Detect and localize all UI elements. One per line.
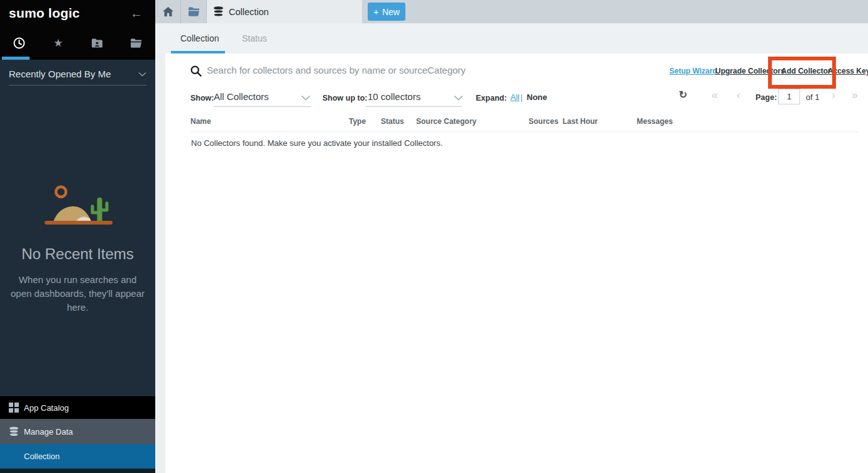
- sumo-logic-app: sumo logic ← ★: [0, 0, 868, 473]
- column-header-last-hour[interactable]: Last Hour: [563, 117, 598, 126]
- page-number-input[interactable]: [778, 89, 800, 104]
- column-header-status[interactable]: Status: [381, 117, 404, 126]
- show-filter-value[interactable]: All Collectors: [214, 91, 269, 102]
- refresh-icon[interactable]: ↻: [679, 90, 687, 100]
- recent-scope-dropdown[interactable]: Recently Opened By Me: [9, 69, 146, 86]
- menu-item-label: Collection: [24, 452, 60, 461]
- column-header-type[interactable]: Type: [349, 117, 366, 126]
- empty-state-description: When you run searches and open dashboard…: [9, 273, 146, 314]
- star-icon: ★: [53, 38, 63, 48]
- page-count-label: of 1: [806, 92, 820, 102]
- sidebar-body: Recently Opened By Me No Recent Items Wh…: [0, 60, 155, 473]
- home-icon: [163, 7, 173, 16]
- main-area: Collection + New Collection Status: [155, 0, 868, 473]
- new-button[interactable]: + New: [368, 3, 405, 21]
- expand-divider: |: [520, 92, 522, 102]
- access-keys-link[interactable]: Access Keys: [828, 67, 868, 75]
- upgrade-collectors-link[interactable]: Upgrade Collectors: [715, 67, 785, 75]
- app-grid-icon: [9, 403, 24, 413]
- collection-content: Setup Wizard Upgrade Collectors Add Coll…: [155, 53, 868, 473]
- column-header-messages[interactable]: Messages: [637, 117, 673, 126]
- menu-item-label: App Catalog: [24, 403, 69, 413]
- sidebar-icon-nav: ★: [0, 26, 155, 60]
- menu-divider: [0, 469, 155, 473]
- sumo-logic-logo: sumo logic: [9, 6, 126, 21]
- chevron-down-icon: [138, 72, 146, 77]
- folder-icon: [130, 38, 142, 48]
- no-collectors-message: No Collectors found. Make sure you activ…: [191, 138, 442, 148]
- sidebar-header: sumo logic ←: [0, 0, 155, 26]
- menu-item-label: Manage Data: [24, 427, 73, 437]
- tab-collection[interactable]: Collection: [207, 0, 362, 23]
- subtab-collection[interactable]: Collection: [180, 23, 219, 53]
- chevron-down-icon[interactable]: [301, 95, 310, 101]
- setup-wizard-link[interactable]: Setup Wizard: [669, 67, 717, 75]
- page-label: Page:: [755, 93, 777, 102]
- left-gutter: [155, 53, 165, 473]
- prev-page-icon[interactable]: ‹: [737, 89, 740, 101]
- header-divider: [190, 131, 858, 132]
- dropdown-underline: [366, 106, 462, 107]
- column-header-name[interactable]: Name: [190, 117, 211, 126]
- expand-all-link[interactable]: All: [510, 92, 519, 102]
- sidebar-tab-personal[interactable]: [116, 26, 155, 60]
- expand-none-link[interactable]: None: [527, 92, 547, 102]
- sidebar-tab-recents[interactable]: [0, 26, 39, 60]
- plus-icon: +: [373, 6, 379, 17]
- new-button-label: New: [382, 7, 400, 17]
- next-page-icon[interactable]: ›: [832, 89, 835, 101]
- sidebar-tab-shared-library[interactable]: [78, 26, 117, 60]
- last-page-icon[interactable]: »: [852, 89, 858, 101]
- show-filter-label: Show:: [190, 94, 214, 103]
- library-button[interactable]: [181, 0, 207, 23]
- limit-filter-label: Show up to:: [322, 94, 368, 103]
- clock-icon: [13, 37, 25, 49]
- column-header-sources[interactable]: Sources: [529, 117, 558, 126]
- open-folder-icon: [188, 7, 200, 16]
- sidebar: sumo logic ← ★: [0, 0, 155, 473]
- expand-label: Expand:: [476, 94, 507, 103]
- search-input[interactable]: [207, 61, 596, 79]
- sidebar-bottom-menu: App Catalog Manage Data Collection: [0, 396, 155, 473]
- database-icon: [9, 426, 24, 437]
- empty-state-title: No Recent Items: [0, 245, 155, 263]
- sub-tab-bar: Collection Status: [155, 23, 868, 53]
- sidebar-tab-favorites[interactable]: ★: [39, 26, 78, 60]
- chevron-down-icon[interactable]: [454, 95, 463, 101]
- subtab-status[interactable]: Status: [242, 23, 267, 53]
- menu-item-app-catalog[interactable]: App Catalog: [0, 396, 155, 419]
- column-header-source-category[interactable]: Source Category: [416, 117, 476, 126]
- home-button[interactable]: [155, 0, 181, 23]
- add-collector-link[interactable]: Add Collector: [781, 67, 831, 75]
- menu-item-manage-data[interactable]: Manage Data: [0, 419, 155, 444]
- no-recent-items-panel: No Recent Items When you run searches an…: [0, 181, 155, 314]
- database-icon: [213, 6, 224, 17]
- top-tab-strip: Collection + New: [155, 0, 868, 23]
- dropdown-underline: [214, 106, 311, 107]
- recent-scope-label: Recently Opened By Me: [9, 69, 138, 79]
- search-icon: [190, 65, 202, 77]
- tab-label: Collection: [229, 7, 269, 17]
- desert-illustration: [37, 181, 119, 230]
- first-page-icon[interactable]: «: [711, 89, 718, 101]
- shared-folder-icon: [91, 38, 103, 48]
- menu-item-collection[interactable]: Collection: [0, 444, 155, 469]
- collapse-sidebar-icon[interactable]: ←: [126, 7, 146, 19]
- limit-filter-value[interactable]: 10 collectors: [368, 91, 420, 102]
